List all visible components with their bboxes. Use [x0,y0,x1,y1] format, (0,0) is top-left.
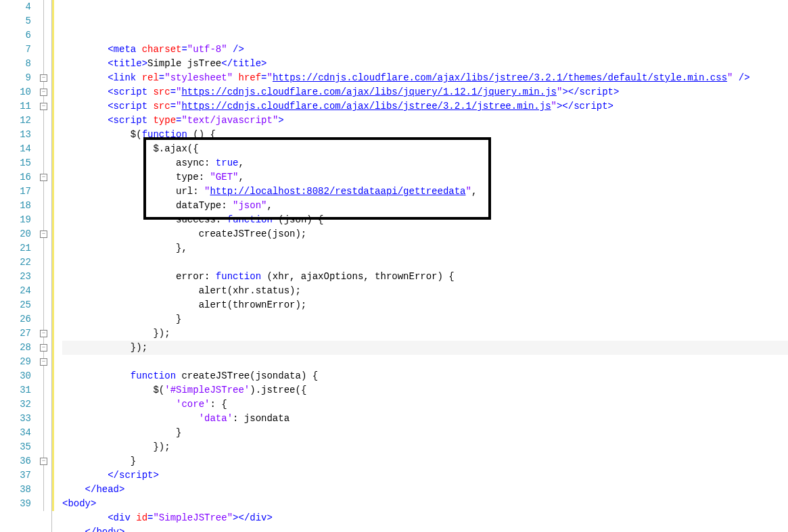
code-token: $.ajax({ [153,143,198,154]
code-line[interactable]: <link rel="stylesheet" href="https://cdn… [62,71,788,85]
code-token: } [176,314,181,324]
line-number-gutter: 4567891011121314151617181920212223242526… [0,0,38,532]
code-line[interactable]: <meta charset="utf-8" /> [62,43,788,57]
code-line[interactable]: error: function (xhr, ajaxOptions, throw… [62,270,788,284]
code-line[interactable]: </head> [62,483,788,497]
code-line[interactable]: <div id="SimpleJSTree"></div> [62,511,788,525]
code-token: function [142,129,187,140]
code-token: ></script> [562,87,619,97]
code-line[interactable]: <body> [62,497,788,511]
code-line[interactable]: $('#SimpleJSTree').jstree({ [62,383,788,397]
code-token: ></script> [557,101,613,112]
code-token: ).jstree({ [250,385,306,395]
code-line[interactable]: }); [62,341,788,355]
line-number: 11 [0,99,31,114]
code-line[interactable]: async: true, [62,156,788,170]
code-token: = [159,72,164,83]
code-line[interactable]: 'core': { [62,397,788,412]
code-token: : jsondata [233,413,289,424]
code-line[interactable]: }, [62,241,788,256]
fold-toggle-icon[interactable]: − [40,231,47,238]
line-number: 33 [0,412,31,426]
code-token: () { [187,129,216,140]
line-number: 13 [0,128,31,142]
fold-toggle-icon[interactable]: − [40,89,47,96]
code-token: <div [108,512,131,523]
code-line[interactable]: } [62,454,788,468]
code-token: <body> [62,498,96,509]
fold-toggle-icon[interactable]: − [40,103,47,110]
fold-cell: − [38,170,51,185]
code-line[interactable]: 'data': jsondata [62,412,788,426]
fold-toggle-icon[interactable]: − [40,330,47,337]
line-number: 29 [0,355,31,369]
margin-guide [51,0,62,532]
code-token: alert(thrownError); [199,299,307,310]
code-token: = [170,87,176,97]
code-line[interactable]: }); [62,327,788,341]
fold-cell [38,241,51,256]
code-token [136,72,141,83]
fold-toggle-icon[interactable]: − [40,174,47,181]
code-line[interactable] [62,256,788,270]
fold-cell: − [38,85,51,99]
code-token: <script [108,101,147,112]
code-link[interactable]: https://cdnjs.cloudflare.com/ajax/libs/j… [273,72,727,83]
code-token: "json" [233,200,266,211]
code-token: } [131,456,136,466]
code-link[interactable]: https://cdnjs.cloudflare.com/ajax/libs/j… [181,101,551,112]
code-link[interactable]: https://cdnjs.cloudflare.com/ajax/libs/j… [181,87,557,97]
code-token: " [466,186,471,197]
line-number: 15 [0,156,31,170]
line-number: 30 [0,369,31,383]
code-line[interactable]: $.ajax({ [62,142,788,156]
code-token: href [239,72,262,83]
fold-toggle-icon[interactable]: − [40,74,47,82]
code-line[interactable]: createJSTree(json); [62,227,788,241]
fold-cell: − [38,341,51,355]
code-token: </title> [221,58,266,69]
code-line[interactable]: <script src="https://cdnjs.cloudflare.co… [62,99,788,114]
code-token [131,512,136,523]
line-number: 35 [0,440,31,454]
fold-cell [38,284,51,298]
code-token: <title> [108,58,147,69]
code-token: = [181,44,187,55]
fold-cell [38,57,51,71]
code-token: > [278,115,283,126]
line-number: 25 [0,298,31,312]
fold-cell [38,369,51,383]
code-line[interactable]: } [62,426,788,440]
code-line[interactable]: alert(thrownError); [62,298,788,312]
code-line[interactable]: dataType: "json", [62,199,788,213]
line-number: 34 [0,426,31,440]
code-line[interactable]: type: "GET", [62,170,788,185]
code-token: true [216,158,239,168]
code-line[interactable]: <title>Simple jsTree</title> [62,57,788,71]
code-line[interactable]: url: "http://localhost:8082/restdataapi/… [62,185,788,199]
code-editor[interactable]: 4567891011121314151617181920212223242526… [0,0,788,532]
code-line[interactable]: }); [62,440,788,454]
line-number: 28 [0,341,31,355]
code-token: </head> [85,484,125,495]
code-line[interactable]: } [62,312,788,327]
code-line[interactable]: $(function () { [62,128,788,142]
code-line[interactable]: alert(xhr.status); [62,284,788,298]
code-line[interactable] [62,355,788,369]
code-line[interactable]: </body> [62,525,788,532]
fold-toggle-icon[interactable]: − [40,344,47,352]
code-line[interactable]: <script src="https://cdnjs.cloudflare.co… [62,85,788,99]
code-line[interactable]: </script> [62,468,788,483]
fold-toggle-icon[interactable]: − [40,458,47,465]
code-line[interactable]: <script type="text/javascript"> [62,114,788,128]
code-line[interactable]: function createJSTree(jsondata) { [62,369,788,383]
fold-cell [38,298,51,312]
code-token: function [131,370,176,381]
line-number: 26 [0,312,31,327]
code-token: <script [108,115,147,126]
fold-toggle-icon[interactable]: − [40,358,47,366]
code-line[interactable]: success: function (json) { [62,213,788,227]
code-area[interactable]: <meta charset="utf-8" /> <title>Simple j… [62,0,788,532]
code-link[interactable]: http://localhost:8082/restdataapi/gettre… [210,186,465,197]
code-token: rel [142,72,159,83]
